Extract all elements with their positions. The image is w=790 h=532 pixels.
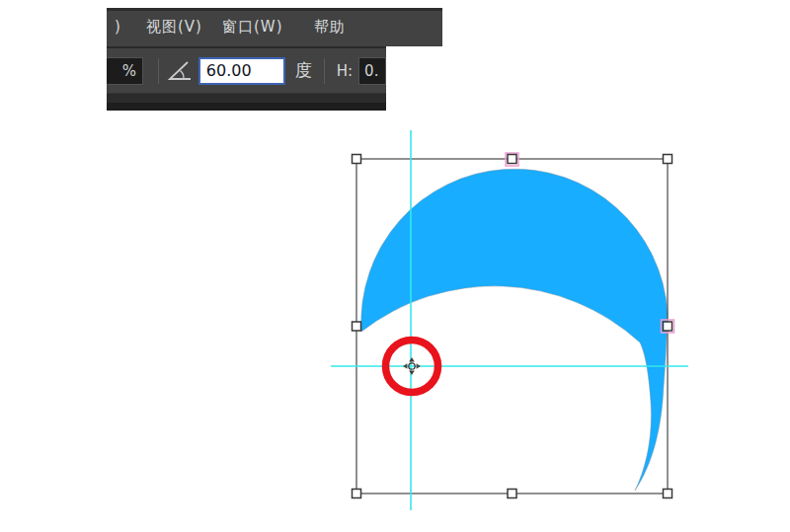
handle-bottom-center[interactable] bbox=[508, 490, 516, 498]
handle-top-center[interactable] bbox=[508, 155, 516, 164]
handle-bottom-left[interactable] bbox=[353, 490, 361, 498]
handle-middle-left[interactable] bbox=[353, 322, 361, 331]
handle-top-left[interactable] bbox=[353, 155, 361, 164]
handle-bottom-right[interactable] bbox=[664, 490, 672, 498]
handle-middle-right[interactable] bbox=[664, 322, 672, 331]
handle-top-right[interactable] bbox=[664, 155, 672, 164]
crescent-shape[interactable] bbox=[361, 169, 668, 491]
document-canvas bbox=[0, 0, 790, 532]
